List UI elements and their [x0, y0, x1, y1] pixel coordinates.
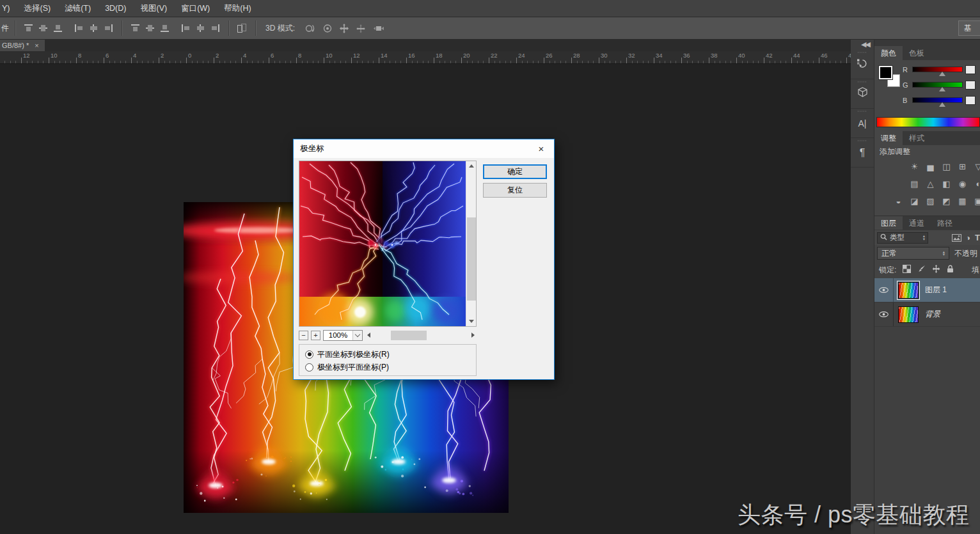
foreground-color-swatch[interactable] [879, 66, 892, 79]
brightness-contrast-icon[interactable]: ☀ [908, 161, 921, 173]
distribute-horizontal-centers-icon[interactable] [196, 24, 205, 33]
layer-name[interactable]: 背景 [925, 309, 940, 320]
menu-item-3d[interactable]: 3D(D) [99, 4, 134, 13]
auto-align-layers-icon[interactable] [237, 24, 247, 33]
3d-orbit-icon[interactable] [304, 24, 316, 33]
blue-slider-thumb[interactable] [939, 102, 945, 107]
red-slider[interactable] [912, 67, 963, 72]
layer-row-background[interactable]: 背景 [874, 302, 980, 327]
radio-button[interactable] [305, 350, 313, 359]
3d-slide-icon[interactable] [356, 24, 366, 33]
document-close-icon[interactable]: × [35, 42, 38, 49]
layer-row-layer1[interactable]: 图层 1 [874, 278, 980, 302]
distribute-top-edges-icon[interactable] [130, 24, 140, 33]
color-lookup-icon[interactable]: ◒ [892, 196, 905, 207]
menu-item-partial[interactable]: Y) [0, 4, 19, 13]
zoom-dropdown-icon[interactable] [352, 331, 362, 340]
tab-adjustments[interactable]: 调整 [874, 131, 903, 145]
visibility-toggle[interactable] [874, 302, 894, 326]
levels-icon[interactable]: ▅ [924, 161, 937, 173]
layer-name[interactable]: 图层 1 [925, 285, 947, 295]
scroll-up-icon[interactable] [466, 161, 476, 171]
black-white-icon[interactable]: ◧ [940, 178, 952, 190]
curves-icon[interactable]: ◫ [940, 161, 952, 173]
vertical-scroll-thumb[interactable] [467, 217, 476, 301]
vibrance-icon[interactable]: ▽ [972, 161, 980, 173]
align-horizontal-centers-icon[interactable] [89, 24, 99, 33]
distribute-right-edges-icon[interactable] [210, 24, 220, 33]
align-left-edges-icon[interactable] [74, 24, 84, 33]
red-value-field[interactable] [965, 65, 976, 74]
character-panel-button[interactable]: A| [851, 109, 874, 138]
blend-mode-dropdown[interactable]: 正常 ▴▾ [877, 247, 949, 260]
paragraph-panel-button[interactable]: ¶ [851, 138, 874, 168]
zoom-out-button[interactable]: − [299, 331, 308, 340]
posterize-icon[interactable]: ▨ [924, 196, 937, 207]
photo-filter-icon[interactable]: ◉ [956, 178, 968, 190]
green-slider-thumb[interactable] [939, 87, 945, 91]
layer-thumbnail[interactable] [898, 306, 919, 323]
type-layer-filter-icon[interactable]: T [975, 233, 980, 242]
align-right-edges-icon[interactable] [104, 24, 113, 33]
lock-image-pixels-icon[interactable] [917, 265, 926, 275]
menu-item-view[interactable]: 视图(V) [134, 3, 175, 14]
preview-vertical-scrollbar[interactable] [466, 161, 476, 326]
tab-paths[interactable]: 路径 [931, 216, 959, 230]
pixel-layer-filter-icon[interactable] [952, 234, 961, 242]
tab-color[interactable]: 颜色 [874, 46, 903, 60]
menu-item-window[interactable]: 窗口(W) [175, 3, 218, 14]
filter-preview-image[interactable] [299, 161, 466, 326]
ok-button[interactable]: 确定 [483, 164, 547, 179]
3d-roll-icon[interactable] [322, 24, 333, 33]
color-spectrum-ramp[interactable] [876, 117, 980, 127]
scroll-left-icon[interactable] [367, 333, 370, 338]
green-value-field[interactable] [965, 81, 976, 90]
radio-option-rect-to-polar[interactable]: 平面坐标到极坐标(R) [305, 348, 470, 361]
zoom-level-dropdown[interactable]: 100% [323, 330, 363, 341]
scroll-right-icon[interactable] [471, 333, 475, 338]
menu-item-help[interactable]: 帮助(H) [218, 3, 259, 14]
history-panel-button[interactable] [851, 50, 874, 79]
foreground-background-swatches[interactable] [879, 66, 903, 90]
tab-styles[interactable]: 样式 [903, 131, 931, 145]
channel-mixer-icon[interactable]: ◐ [972, 178, 980, 190]
invert-icon[interactable]: ◪ [908, 196, 921, 207]
lock-position-icon[interactable] [932, 265, 940, 275]
threshold-icon[interactable]: ◩ [940, 196, 952, 207]
exposure-icon[interactable]: ⊞ [956, 161, 968, 173]
align-vertical-centers-icon[interactable] [38, 24, 48, 33]
radio-option-polar-to-rect[interactable]: 极坐标到平面坐标(P) [305, 361, 470, 373]
menu-item-select[interactable]: 选择(S) [19, 3, 59, 14]
hue-saturation-icon[interactable]: ▤ [908, 178, 921, 190]
zoom-in-button[interactable]: + [311, 331, 320, 340]
3d-zoom-icon[interactable] [372, 24, 384, 33]
red-slider-thumb[interactable] [939, 72, 945, 76]
collapse-panels-icon[interactable]: ◀◀ [861, 40, 869, 49]
align-top-edges-icon[interactable] [24, 24, 33, 33]
lock-transparent-pixels-icon[interactable] [903, 265, 911, 275]
3d-pan-icon[interactable] [339, 24, 349, 33]
tab-channels[interactable]: 通道 [903, 216, 931, 230]
scroll-down-icon[interactable] [466, 317, 476, 326]
blue-value-field[interactable] [965, 96, 976, 105]
blue-slider[interactable] [912, 97, 963, 103]
horizontal-scroll-thumb[interactable] [391, 331, 427, 340]
document-tab[interactable]: GB/8#) * × [0, 40, 45, 51]
tab-swatches[interactable]: 色板 [903, 46, 931, 60]
distribute-vertical-centers-icon[interactable] [145, 24, 155, 33]
distribute-left-edges-icon[interactable] [181, 24, 191, 33]
3d-panel-button[interactable] [851, 79, 874, 109]
workspace-switcher-button[interactable]: 基 [958, 20, 980, 36]
dialog-close-icon[interactable]: × [528, 139, 554, 158]
reset-button[interactable]: 复位 [483, 183, 547, 198]
selective-color-icon[interactable]: ▣ [972, 196, 980, 207]
menu-item-filter[interactable]: 滤镜(T) [59, 3, 99, 14]
visibility-toggle[interactable] [874, 278, 894, 302]
preview-horizontal-scrollbar[interactable] [365, 330, 477, 341]
distribute-bottom-edges-icon[interactable] [160, 24, 170, 33]
align-bottom-edges-icon[interactable] [53, 24, 63, 33]
layer-filter-kind-dropdown[interactable]: 类型 ▴▾ [877, 232, 928, 244]
adjustment-layer-filter-icon[interactable]: ◑ [966, 233, 970, 242]
color-balance-icon[interactable]: △ [924, 178, 937, 190]
green-slider[interactable] [912, 82, 963, 88]
